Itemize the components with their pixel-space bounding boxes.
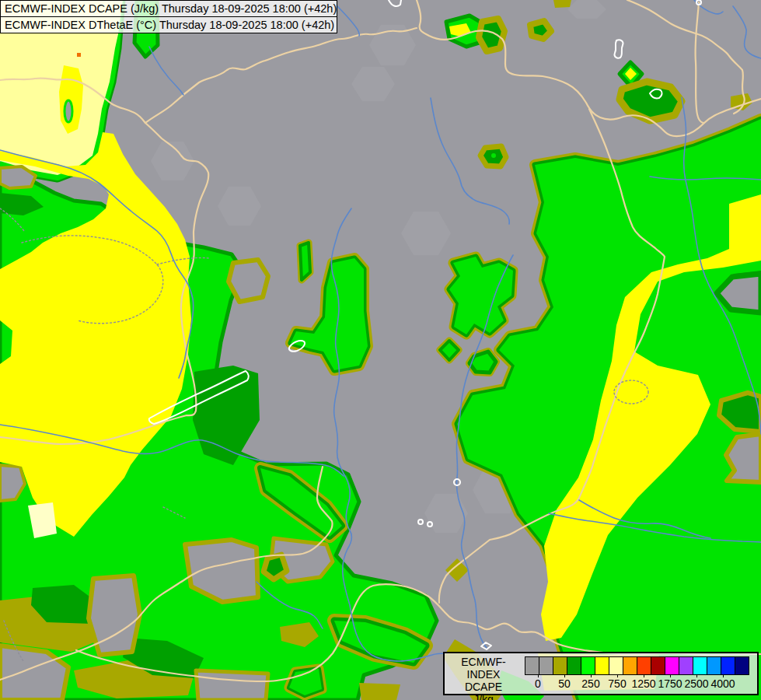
- scale-color-cell: [735, 656, 749, 675]
- color-scale-bar: [525, 656, 749, 675]
- scale-color-cell: [665, 656, 679, 675]
- scale-color-cell: [679, 656, 693, 675]
- scale-color-cell: [525, 656, 539, 675]
- weather-map-page: ECMWF-INDEX DCAPE (J/kg) Thursday 18-09-…: [0, 0, 761, 700]
- legend-labels: ECMWF-INDEX DCAPE J/kg: [445, 653, 522, 694]
- scale-color-cell: [693, 656, 707, 675]
- orange-speck: [77, 53, 81, 57]
- scale-color-cell: [623, 656, 637, 675]
- legend-product: ECMWF-INDEX: [445, 656, 522, 681]
- scale-color-cell: [595, 656, 609, 675]
- scale-tick-label: 4000: [700, 677, 746, 690]
- legend-scale: 0502507501250175025004000: [522, 653, 757, 694]
- title-box: ECMWF-INDEX DCAPE (J/kg) Thursday 18-09-…: [0, 0, 337, 33]
- scale-color-cell: [539, 656, 553, 675]
- scale-color-cell: [609, 656, 623, 675]
- scale-color-cell: [581, 656, 595, 675]
- legend-parameter: DCAPE: [445, 681, 522, 693]
- scale-color-cell: [651, 656, 665, 675]
- scale-color-cell: [721, 656, 735, 675]
- dcape-map: [0, 0, 761, 700]
- title-line-dcape: ECMWF-INDEX DCAPE (J/kg) Thursday 18-09-…: [0, 0, 337, 17]
- title-line-dthetae: ECMWF-INDEX DThetaE (°C) Thursday 18-09-…: [0, 16, 337, 33]
- legend-unit: J/kg: [445, 693, 522, 700]
- scale-color-cell: [637, 656, 651, 675]
- scale-color-cell: [707, 656, 721, 675]
- scale-color-cell: [553, 656, 567, 675]
- legend-panel: ECMWF-INDEX DCAPE J/kg 05025075012501750…: [443, 652, 759, 695]
- scale-color-cell: [567, 656, 581, 675]
